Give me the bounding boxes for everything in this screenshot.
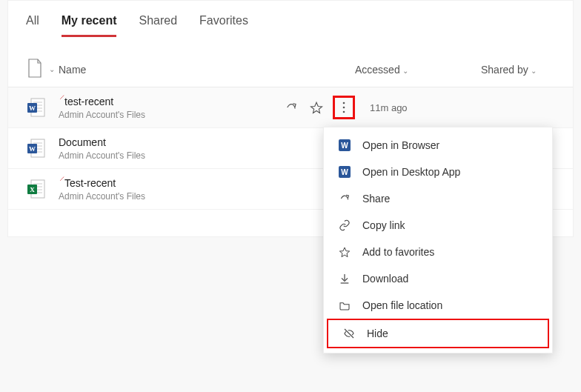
menu-label: Copy link	[362, 219, 405, 231]
file-name: test-recent	[64, 96, 113, 107]
tab-shared[interactable]: Shared	[139, 14, 177, 37]
download-icon	[337, 273, 352, 285]
recent-files-panel: All My recent Shared Favorites ⌄ Name Ac…	[7, 0, 574, 237]
svg-text:X: X	[30, 186, 35, 193]
column-name[interactable]: Name	[59, 64, 355, 76]
menu-copy-link[interactable]: Copy link	[324, 212, 552, 239]
file-location: Admin Account's Files	[59, 150, 273, 161]
svg-point-9	[343, 107, 345, 109]
svg-marker-29	[339, 248, 349, 257]
menu-label: Open in Desktop App	[362, 166, 460, 178]
menu-open-location[interactable]: Open file location	[324, 292, 552, 319]
column-accessed[interactable]: Accessed⌄	[355, 64, 481, 76]
file-location: Admin Account's Files	[59, 110, 273, 120]
word-icon: W	[337, 139, 352, 151]
menu-download[interactable]: Download	[324, 265, 552, 292]
hide-icon	[342, 328, 356, 339]
chevron-down-icon[interactable]: ⌄	[49, 65, 55, 73]
svg-text:W: W	[29, 104, 36, 112]
column-shared-by[interactable]: Shared by⌄	[481, 64, 555, 76]
menu-open-desktop[interactable]: W Open in Desktop App	[324, 159, 552, 185]
menu-share[interactable]: Share	[324, 185, 552, 212]
tab-all[interactable]: All	[26, 14, 39, 37]
file-name: Test-recent	[64, 177, 116, 189]
svg-text:W: W	[341, 142, 348, 150]
svg-point-10	[343, 111, 345, 113]
menu-label: Add to favorites	[362, 246, 434, 258]
tab-bar: All My recent Shared Favorites	[8, 1, 573, 37]
tab-favorites[interactable]: Favorites	[199, 14, 248, 37]
table-header: ⌄ Name Accessed⌄ Shared by⌄	[8, 37, 573, 87]
file-type-icon[interactable]	[26, 58, 44, 81]
chevron-down-icon: ⌄	[531, 67, 537, 75]
svg-text:W: W	[341, 168, 348, 176]
link-icon	[337, 219, 352, 231]
accessed-time: 11m ago	[355, 102, 481, 113]
menu-label: Download	[362, 273, 408, 285]
chevron-down-icon: ⌄	[402, 67, 408, 75]
folder-icon	[337, 299, 352, 311]
tab-my-recent[interactable]: My recent	[62, 14, 117, 37]
menu-label: Open in Browser	[362, 139, 439, 151]
svg-marker-7	[311, 102, 322, 113]
word-icon: W	[337, 166, 352, 178]
more-icon[interactable]	[333, 96, 355, 119]
context-menu: W Open in Browser W Open in Desktop App …	[323, 127, 553, 353]
file-name: Document	[59, 136, 106, 148]
menu-open-browser[interactable]: W Open in Browser	[324, 132, 552, 159]
share-icon	[337, 193, 352, 205]
word-icon: W	[26, 137, 59, 159]
star-icon[interactable]	[308, 99, 325, 116]
menu-add-favorites[interactable]: Add to favorites	[324, 239, 552, 265]
svg-point-8	[343, 102, 345, 104]
word-icon: W	[26, 96, 59, 119]
svg-text:W: W	[29, 145, 36, 153]
share-icon[interactable]	[282, 99, 300, 116]
table-row[interactable]: W ⟋test-recent Admin Account's Files 11m…	[8, 87, 573, 128]
menu-hide[interactable]: Hide	[327, 319, 549, 348]
menu-label: Open file location	[362, 299, 442, 311]
excel-icon: X	[26, 178, 59, 200]
star-icon	[337, 246, 352, 258]
menu-label: Share	[362, 193, 390, 205]
menu-label: Hide	[367, 328, 388, 339]
file-location: Admin Account's Files	[59, 191, 273, 202]
